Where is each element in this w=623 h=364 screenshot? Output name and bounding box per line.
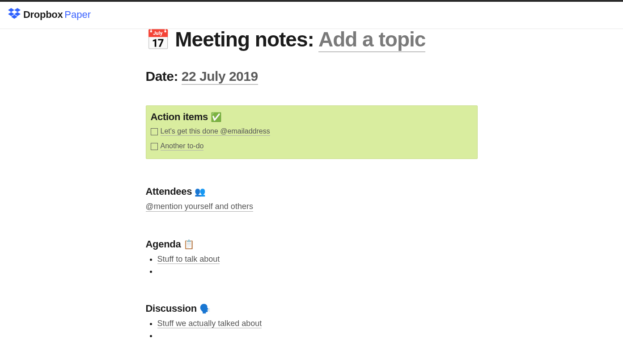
logo-text-paper: Paper xyxy=(64,9,91,21)
document-body[interactable]: 📅 Meeting notes: Add a topic Date: 22 Ju… xyxy=(146,27,478,364)
action-items-section: Action items ✅ Let's get this done @emai… xyxy=(146,105,478,159)
attendees-heading[interactable]: Attendees 👥 xyxy=(146,186,478,197)
svg-marker-0 xyxy=(8,8,14,12)
action-item-text[interactable]: Another to-do xyxy=(161,142,204,151)
action-items-heading[interactable]: Action items ✅ xyxy=(151,111,473,123)
document-title[interactable]: 📅 Meeting notes: Add a topic xyxy=(146,27,478,52)
checkbox[interactable] xyxy=(151,128,158,135)
agenda-list[interactable]: Stuff to talk about xyxy=(146,255,478,276)
logo-text-dropbox: Dropbox xyxy=(23,9,63,21)
title-prefix: Meeting notes: xyxy=(175,28,318,51)
speaking-head-icon: 🗣️ xyxy=(199,304,211,314)
agenda-section: Agenda 📋 Stuff to talk about xyxy=(146,238,478,276)
dropbox-icon xyxy=(8,8,21,21)
app-header: Dropbox Paper xyxy=(0,2,623,29)
agenda-heading[interactable]: Agenda 📋 xyxy=(146,238,478,250)
action-items-list: Let's get this done @emailaddress Anothe… xyxy=(151,127,473,151)
action-item[interactable]: Let's get this done @emailaddress xyxy=(151,127,473,136)
list-item-empty[interactable] xyxy=(157,331,478,340)
checkbox[interactable] xyxy=(151,143,158,150)
attendees-section: Attendees 👥 @mention yourself and others xyxy=(146,186,478,212)
list-item[interactable]: Stuff to talk about xyxy=(157,255,478,264)
discussion-list[interactable]: Stuff we actually talked about xyxy=(146,319,478,340)
dropbox-paper-logo[interactable]: Dropbox Paper xyxy=(8,8,615,21)
checkmark-icon: ✅ xyxy=(211,112,222,122)
list-item[interactable]: Stuff we actually talked about xyxy=(157,319,478,328)
silhouette-icon: 👥 xyxy=(195,187,206,197)
action-item-text[interactable]: Let's get this done @emailaddress xyxy=(161,127,270,136)
clipboard-icon: 📋 xyxy=(183,239,195,249)
title-topic-placeholder[interactable]: Add a topic xyxy=(318,28,425,52)
date-value[interactable]: 22 July 2019 xyxy=(182,69,258,85)
discussion-section: Discussion 🗣️ Stuff we actually talked a… xyxy=(146,303,478,340)
attendees-placeholder[interactable]: @mention yourself and others xyxy=(146,202,253,212)
date-heading[interactable]: Date: 22 July 2019 xyxy=(146,69,478,84)
list-item-empty[interactable] xyxy=(157,267,478,276)
date-label: Date: xyxy=(146,69,182,84)
calendar-icon: 📅 xyxy=(146,29,170,50)
action-item[interactable]: Another to-do xyxy=(151,142,473,151)
svg-marker-1 xyxy=(14,8,21,12)
discussion-heading[interactable]: Discussion 🗣️ xyxy=(146,303,478,314)
